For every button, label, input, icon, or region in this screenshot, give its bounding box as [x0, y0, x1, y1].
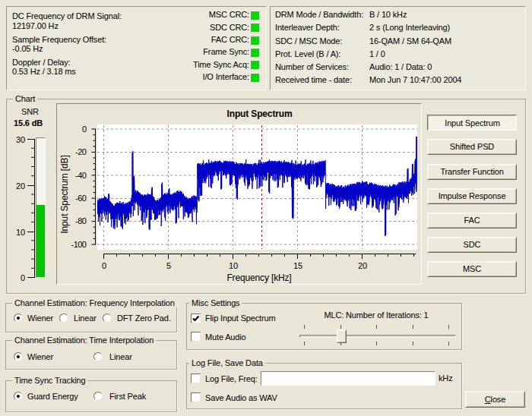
- svg-text:0: 0: [102, 261, 106, 270]
- svg-text:-20: -20: [75, 147, 87, 156]
- svg-text:-60: -60: [75, 194, 87, 203]
- svg-text:20: 20: [358, 261, 367, 270]
- svg-text:-80: -80: [75, 216, 87, 225]
- svg-text:0: 0: [82, 124, 87, 134]
- svg-text:Input Spectrum: Input Spectrum: [227, 109, 293, 119]
- svg-text:Frequency [kHz]: Frequency [kHz]: [226, 273, 291, 283]
- svg-text:-40: -40: [75, 171, 87, 180]
- svg-text:5: 5: [166, 261, 171, 270]
- svg-text:15: 15: [293, 261, 302, 270]
- svg-text:Input Spectrum [dB]: Input Spectrum [dB]: [59, 155, 70, 233]
- svg-text:-100: -100: [71, 240, 86, 249]
- svg-text:10: 10: [229, 261, 238, 270]
